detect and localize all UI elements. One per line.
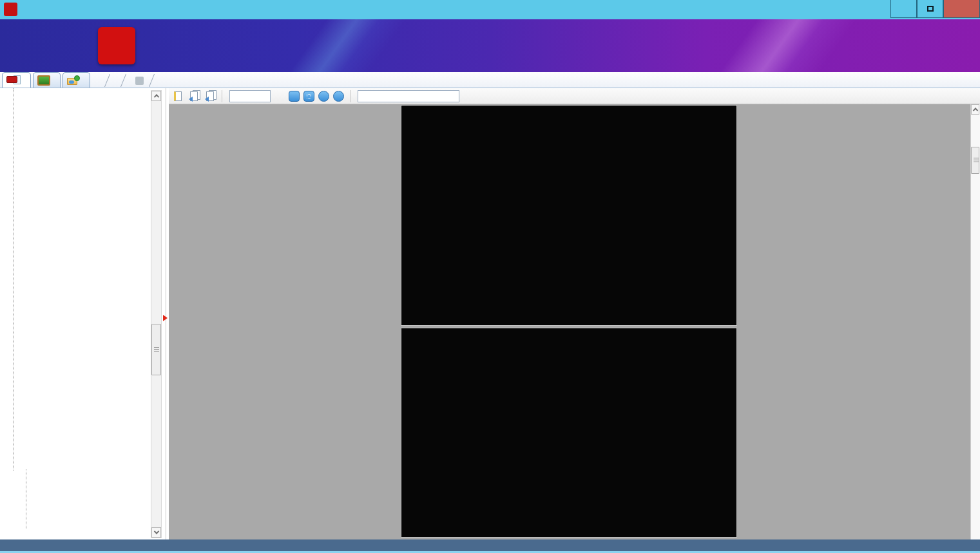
fit-width-button[interactable] [289,91,300,102]
fit-page-button[interactable] [303,91,314,102]
viewer-scroll-thumb[interactable] [971,147,979,174]
minimize-button[interactable] [890,0,917,18]
share-icon [67,75,80,85]
viewer-scroll-up-button[interactable] [971,104,979,115]
page-number-input[interactable] [229,90,271,102]
pdf-icon [6,75,21,86]
app-logo-icon [4,3,17,16]
maximize-button[interactable] [917,0,943,18]
tree-scroll-up-button[interactable] [151,91,161,101]
header-banner [0,19,980,72]
pads-icon [37,75,50,86]
rotate-page-cw-icon[interactable] [205,90,217,102]
doc-tab-current[interactable] [130,73,145,88]
tree-scroll-down-button[interactable] [151,527,161,538]
tree-scroll-thumb[interactable] [151,324,161,375]
title-bar[interactable] [0,0,980,19]
rotate-page-ccw-icon[interactable] [189,90,201,102]
tab-bar [0,72,980,88]
tab-schematic[interactable] [2,72,31,88]
single-page-icon[interactable] [173,90,185,102]
dzkj-logo [98,27,135,64]
pdf-viewer-canvas[interactable] [169,104,970,539]
viewer-scrollbar[interactable] [970,104,980,539]
zoom-in-button[interactable] [333,91,344,102]
app-window [0,0,980,553]
chevron-up-icon [153,94,159,99]
doc-tab-welcome[interactable] [114,73,117,88]
fit-page-icon [307,94,311,98]
viewer-toolbar [169,88,980,104]
tab-layout[interactable] [33,72,61,88]
maximize-icon [927,6,934,12]
tree-scrollbar[interactable] [151,90,162,538]
status-bar [0,539,980,553]
schematic-page-2 [401,328,737,538]
schematic-page-1 [401,105,737,326]
file-tree-panel[interactable] [0,88,166,539]
splitter-collapse-arrow[interactable] [163,315,168,321]
tree-guide-line [13,88,14,471]
zoom-out-button[interactable] [318,91,329,102]
doc-tab-close-icon[interactable] [135,77,144,85]
document-tabs [101,72,159,88]
tree-guide-line-child [26,469,26,529]
tab-share[interactable] [62,72,90,88]
close-button[interactable] [943,0,980,18]
find-input[interactable] [358,90,459,102]
chevron-down-icon [153,529,159,534]
chevron-up-icon [972,108,977,113]
